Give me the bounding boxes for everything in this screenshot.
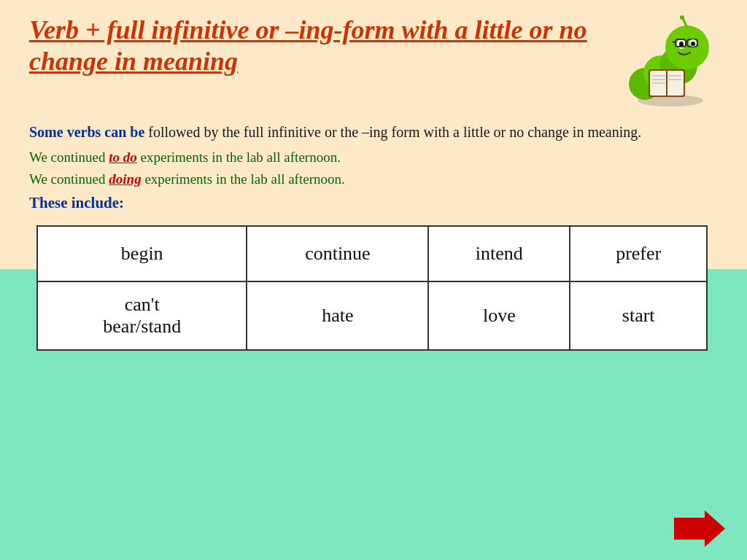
example2-suffix: experiments in the lab all afternoon. — [142, 171, 345, 187]
example2-prefix: We continued — [29, 171, 109, 187]
cell-cant-bear: can'tbear/stand — [37, 281, 247, 350]
intro-text: Some verbs can be followed by the full i… — [29, 121, 718, 144]
cell-intend: intend — [428, 226, 570, 281]
verbs-table: begin continue intend prefer can'tbear/s… — [36, 225, 708, 351]
example-line-1: We continued to do experiments in the la… — [29, 147, 718, 168]
example-line-2: We continued doing experiments in the la… — [29, 168, 718, 190]
table-row: can'tbear/stand hate love start — [37, 281, 707, 350]
slide: Verb + full infinitive or –ing-form with… — [0, 0, 747, 560]
header-section: Verb + full infinitive or –ing-form with… — [29, 15, 718, 109]
cell-start: start — [570, 281, 707, 350]
cell-prefer: prefer — [570, 226, 707, 281]
mascot-worm — [623, 15, 718, 109]
intro-regular: followed by the full infinitive or the –… — [144, 124, 641, 140]
next-arrow-button[interactable] — [674, 510, 725, 547]
cell-begin: begin — [37, 226, 247, 281]
svg-point-22 — [680, 15, 684, 20]
these-include-label: These include: — [29, 194, 718, 212]
example1-prefix: We continued — [29, 149, 109, 165]
example2-highlight: doing — [109, 171, 141, 187]
verbs-table-container: begin continue intend prefer can'tbear/s… — [36, 225, 708, 351]
intro-bold: Some verbs can be — [29, 124, 144, 140]
svg-point-4 — [665, 26, 709, 69]
cell-hate: hate — [247, 281, 428, 350]
cell-continue: continue — [247, 226, 428, 281]
svg-point-10 — [691, 42, 695, 46]
cell-love: love — [428, 281, 570, 350]
example1-highlight: to do — [109, 149, 137, 165]
slide-title: Verb + full infinitive or –ing-form with… — [29, 15, 598, 77]
table-row: begin continue intend prefer — [37, 226, 707, 281]
example1-suffix: experiments in the lab all afternoon. — [137, 149, 341, 165]
